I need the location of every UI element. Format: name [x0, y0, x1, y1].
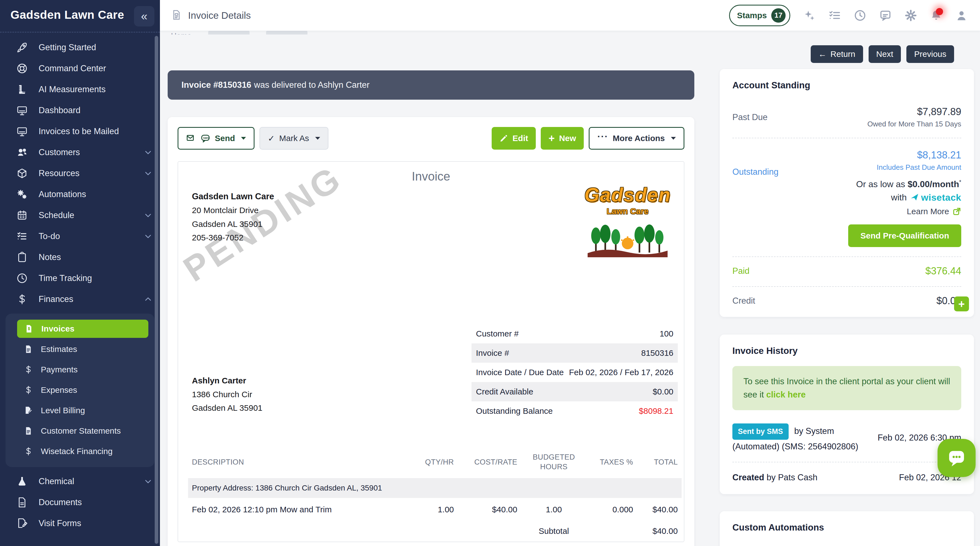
bell-icon[interactable]: [930, 9, 942, 22]
sidebar-item-label: Customers: [38, 147, 80, 157]
sidebar-item-label: Documents: [38, 497, 82, 508]
send-button[interactable]: SMS Send: [178, 127, 255, 150]
sidebar-item-visit-forms[interactable]: Visit Forms: [0, 513, 160, 534]
subtotal-row: Subtotal $40.00: [192, 521, 678, 541]
sidebar-collapse-button[interactable]: «: [134, 6, 154, 27]
tasks-icon[interactable]: [828, 9, 841, 22]
sidebar-item-resources[interactable]: Resources: [0, 163, 160, 184]
sidebar-item-invoices-to-be-mailed[interactable]: Invoices to be Mailed: [0, 121, 160, 142]
sidebar-item-label: Notes: [38, 252, 61, 262]
sidebar-item-invoices[interactable]: Invoices: [17, 320, 148, 338]
sidebar-scrollbar[interactable]: [155, 36, 158, 544]
chevron-up-icon: [144, 295, 152, 303]
customer-block: Ashlyn Carter 1386 Church Cir Gadsden AL…: [192, 374, 262, 415]
sidebar-item-level-billing[interactable]: Level Billing: [10, 400, 150, 421]
finances-submenu: Invoices Estimates Payments Expenses Lev…: [5, 314, 154, 467]
invoice-action-row: SMS Send ✓ Mark As Edit: [178, 127, 684, 150]
company-name: Gadsden Lawn Care: [192, 189, 274, 203]
sidebar-item-payments[interactable]: Payments: [10, 359, 150, 380]
topbar: Invoice Details Stamps 17: [160, 0, 980, 31]
sidebar-item-command-center[interactable]: Command Center: [0, 58, 160, 79]
stamps-button[interactable]: Stamps 17: [729, 5, 790, 26]
sidebar-item-label: Command Center: [38, 64, 106, 73]
company-address1: 20 Montclair Drive: [192, 203, 274, 217]
sidebar-item-ai-measurements[interactable]: AI Measurements: [0, 79, 160, 100]
sidebar-item-getting-started[interactable]: Getting Started: [0, 37, 160, 58]
sidebar-item-label: Invoices to be Mailed: [38, 126, 119, 136]
send-pre-qualification-button[interactable]: Send Pre-Qualification: [848, 224, 961, 247]
click-here-link[interactable]: click here: [766, 390, 806, 399]
sidebar-item-wisetack-financing[interactable]: Wisetack Financing: [10, 441, 150, 461]
history-clock-icon[interactable]: [854, 9, 866, 22]
sparkles-icon[interactable]: [803, 9, 816, 22]
sidebar-item-time-tracking[interactable]: Time Tracking: [0, 268, 160, 289]
external-link-icon: [953, 207, 961, 216]
line-items-table: DESCRIPTION QTY/HR COST/RATE BUDGETED HO…: [192, 449, 678, 542]
check-icon: ✓: [268, 134, 275, 143]
customer-address2: Gadsden AL 35901: [192, 401, 262, 415]
stamps-count-badge: 17: [771, 8, 786, 22]
lifebuoy-icon: [16, 62, 28, 75]
chat-widget-button[interactable]: [937, 439, 975, 477]
svg-text:SMS: SMS: [203, 136, 209, 139]
return-button[interactable]: ← Return: [811, 45, 863, 63]
sidebar-item-estimates[interactable]: Estimates: [10, 339, 150, 359]
more-actions-button[interactable]: ··· More Actions: [589, 127, 684, 150]
logo-subtitle: Lawn Care: [581, 206, 675, 216]
sidebar-item-chemical[interactable]: Chemical: [0, 471, 160, 492]
next-button[interactable]: Next: [869, 45, 901, 63]
user-icon[interactable]: [955, 9, 968, 22]
outstanding-note[interactable]: Includes Past Due Amount: [848, 163, 961, 172]
sidebar-item-documents[interactable]: Documents: [0, 492, 160, 513]
flask-icon: [16, 475, 28, 487]
gears-icon: [16, 188, 28, 200]
sidebar-item-notes[interactable]: Notes: [0, 247, 160, 268]
arrow-left-icon: ←: [818, 49, 827, 59]
chevron-down-icon: [144, 211, 152, 219]
sidebar-item-customers[interactable]: Customers: [0, 142, 160, 163]
financing-line: Or as low as $0.00/month*: [848, 179, 961, 189]
customer-name: Ashlyn Carter: [192, 374, 262, 388]
sidebar-item-finances[interactable]: Finances: [0, 289, 160, 310]
sidebar-item-label: AI Measurements: [38, 85, 106, 94]
learn-more-link[interactable]: Learn More: [848, 207, 961, 216]
sidebar-item-todo[interactable]: To-do: [0, 226, 160, 247]
chat-icon[interactable]: [879, 9, 892, 22]
sidebar-item-customer-statements[interactable]: Customer Statements: [10, 421, 150, 441]
envelope-icon: [186, 133, 196, 143]
document-icon: [23, 343, 33, 355]
rocket-icon: [16, 42, 28, 54]
edit-button[interactable]: Edit: [492, 127, 536, 150]
account-standing-card: Account Standing Past Due $7,897.89 Owed…: [720, 69, 974, 317]
outstanding-label[interactable]: Outstanding: [732, 167, 778, 177]
sidebar-item-expenses[interactable]: Expenses: [10, 380, 150, 400]
gear-icon[interactable]: [904, 9, 917, 22]
sidebar-item-label: Expenses: [41, 385, 77, 395]
record-nav-buttons: ← Return Next Previous: [811, 45, 954, 63]
pencil-icon: [500, 134, 508, 143]
meta-row-outstanding-balance: Outstanding Balance $8098.21: [471, 401, 678, 421]
breadcrumb-home[interactable]: Home: [171, 31, 192, 35]
sidebar-item-schedule[interactable]: Schedule: [0, 205, 160, 226]
add-credit-button[interactable]: +: [954, 297, 969, 311]
dollar-icon: [23, 445, 33, 457]
sidebar-nav: Getting Started Command Center AI Measur…: [0, 33, 160, 534]
new-button[interactable]: + New: [541, 127, 584, 150]
paid-row: Paid $376.44: [732, 265, 961, 277]
mark-as-button[interactable]: ✓ Mark As: [259, 127, 328, 150]
sidebar-item-label: Invoices: [41, 324, 75, 334]
invoice-meta-table: Customer # 100 Invoice # 8150316 Invoice…: [471, 324, 678, 421]
past-due-amount: $7,897.89: [867, 106, 961, 118]
invoice-page-icon: [171, 10, 182, 22]
sidebar-item-label: Customer Statements: [41, 426, 121, 436]
caret-down-icon: [671, 137, 676, 140]
line-items-header: DESCRIPTION QTY/HR COST/RATE BUDGETED HO…: [192, 449, 678, 475]
brand-title: Gadsden Lawn Care: [11, 8, 124, 22]
company-block: Gadsden Lawn Care 20 Montclair Drive Gad…: [192, 189, 274, 244]
sidebar-item-automations[interactable]: Automations: [0, 184, 160, 205]
sidebar-item-label: Automations: [38, 189, 86, 199]
chevron-down-icon: [144, 148, 152, 156]
sidebar-item-dashboard[interactable]: Dashboard: [0, 100, 160, 121]
previous-button[interactable]: Previous: [906, 45, 954, 63]
meta-row: Customer # 100: [471, 324, 678, 343]
